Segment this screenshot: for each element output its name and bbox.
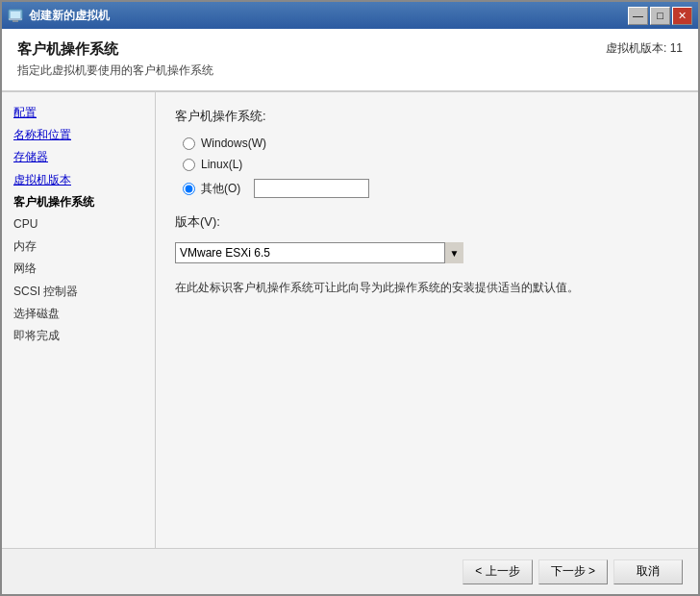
linux-radio[interactable]	[183, 159, 195, 171]
page-subtitle: 指定此虚拟机要使用的客户机操作系统	[17, 62, 213, 79]
svg-rect-2	[9, 18, 22, 20]
svg-rect-1	[11, 12, 20, 18]
sidebar-item-network: 网络	[10, 258, 147, 280]
dialog-content: 客户机操作系统 指定此虚拟机要使用的客户机操作系统 虚拟机版本: 11 配置 名…	[2, 29, 698, 594]
sidebar-item-name[interactable]: 名称和位置	[10, 124, 147, 146]
other-text-input[interactable]	[254, 179, 369, 198]
sidebar-item-config[interactable]: 配置	[10, 102, 147, 124]
sidebar-item-storage[interactable]: 存储器	[10, 146, 147, 168]
header-section: 客户机操作系统 指定此虚拟机要使用的客户机操作系统 虚拟机版本: 11	[2, 29, 698, 91]
sidebar: 配置 名称和位置 存储器 虚拟机版本 客户机操作系统 CPU 内存 网络 SCS…	[2, 92, 156, 548]
minimize-button[interactable]: —	[628, 7, 648, 25]
other-label[interactable]: 其他(O)	[201, 181, 240, 197]
sidebar-item-cpu: CPU	[10, 213, 147, 236]
window-controls: — □ ✕	[628, 7, 692, 25]
main-panel: 客户机操作系统: Windows(W) Linux(L) 其他(O)	[156, 92, 698, 548]
main-window: 创建新的虚拟机 — □ ✕ 客户机操作系统 指定此虚拟机要使用的客户机操作系统 …	[0, 0, 700, 596]
info-text: 在此处标识客户机操作系统可让此向导为此操作系统的安装提供适当的默认值。	[175, 279, 679, 297]
sidebar-item-guest-os: 客户机操作系统	[10, 191, 147, 213]
window-title: 创建新的虚拟机	[29, 8, 628, 24]
footer-section: < 上一步 下一步 > 取消	[2, 548, 698, 594]
sidebar-item-finish: 即将完成	[10, 325, 147, 347]
linux-label[interactable]: Linux(L)	[201, 158, 242, 171]
version-select[interactable]: VMware ESXi 6.5 VMware ESXi 6.0 VMware E…	[175, 242, 463, 263]
linux-radio-row: Linux(L)	[183, 158, 679, 171]
back-button[interactable]: < 上一步	[462, 559, 532, 584]
sidebar-item-vm-version[interactable]: 虚拟机版本	[10, 169, 147, 191]
sidebar-item-disk: 选择磁盘	[10, 303, 147, 325]
page-title: 客户机操作系统	[17, 40, 213, 59]
close-button[interactable]: ✕	[672, 7, 692, 25]
body-section: 配置 名称和位置 存储器 虚拟机版本 客户机操作系统 CPU 内存 网络 SCS…	[2, 91, 698, 548]
other-radio[interactable]	[183, 183, 195, 195]
os-radio-group: Windows(W) Linux(L) 其他(O)	[183, 137, 679, 198]
version-label: 版本(V):	[175, 213, 220, 231]
version-select-wrapper: VMware ESXi 6.5 VMware ESXi 6.0 VMware E…	[175, 242, 463, 263]
os-section-label: 客户机操作系统:	[175, 108, 679, 125]
window-icon	[8, 8, 23, 23]
vm-version-label: 虚拟机版本: 11	[606, 40, 683, 57]
cancel-button[interactable]: 取消	[613, 559, 683, 584]
windows-radio-row: Windows(W)	[183, 137, 679, 150]
svg-rect-3	[12, 20, 18, 22]
next-button[interactable]: 下一步 >	[538, 559, 608, 584]
header-left: 客户机操作系统 指定此虚拟机要使用的客户机操作系统	[17, 40, 213, 79]
sidebar-item-scsi: SCSI 控制器	[10, 281, 147, 303]
titlebar: 创建新的虚拟机 — □ ✕	[2, 2, 698, 29]
other-radio-row: 其他(O)	[183, 179, 679, 198]
windows-label[interactable]: Windows(W)	[201, 137, 266, 150]
windows-radio[interactable]	[183, 137, 195, 150]
version-row: 版本(V):	[175, 213, 679, 231]
sidebar-item-memory: 内存	[10, 236, 147, 258]
version-select-row: VMware ESXi 6.5 VMware ESXi 6.0 VMware E…	[175, 242, 679, 263]
maximize-button[interactable]: □	[650, 7, 670, 25]
